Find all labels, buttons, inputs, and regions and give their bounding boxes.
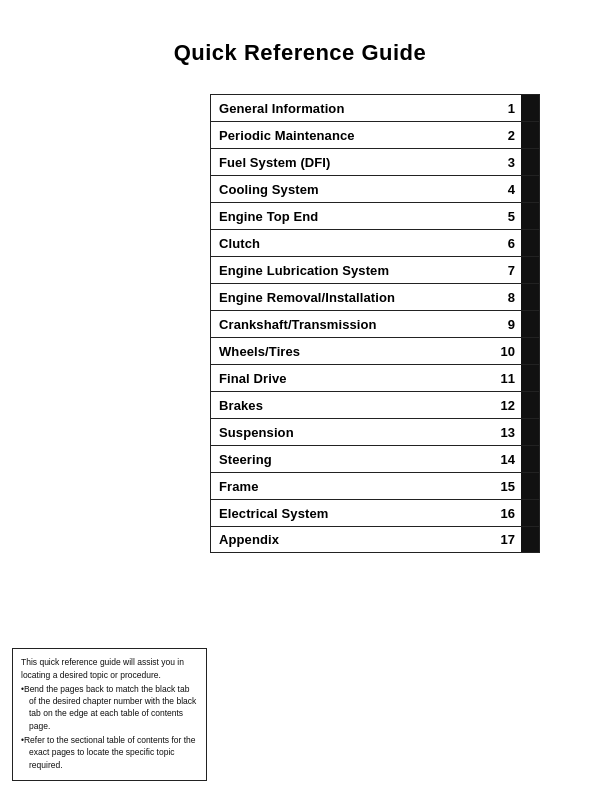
row-number: 15	[493, 479, 521, 494]
row-label: Brakes	[211, 398, 493, 413]
row-number: 10	[493, 344, 521, 359]
table-row[interactable]: Appendix17	[210, 526, 540, 553]
page: Quick Reference Guide General Informatio…	[0, 0, 600, 799]
row-label: Engine Lubrication System	[211, 263, 493, 278]
row-number: 16	[493, 506, 521, 521]
row-tab	[521, 257, 539, 283]
row-label: Engine Top End	[211, 209, 493, 224]
row-number: 14	[493, 452, 521, 467]
table-row[interactable]: Engine Top End5	[210, 202, 540, 229]
row-number: 12	[493, 398, 521, 413]
table-row[interactable]: Crankshaft/Transmission9	[210, 310, 540, 337]
row-label: General Information	[211, 101, 493, 116]
table-row[interactable]: Engine Lubrication System7	[210, 256, 540, 283]
table-row[interactable]: Clutch6	[210, 229, 540, 256]
row-tab	[521, 446, 539, 472]
row-label: Frame	[211, 479, 493, 494]
row-label: Crankshaft/Transmission	[211, 317, 493, 332]
table-row[interactable]: Fuel System (DFI)3	[210, 148, 540, 175]
row-number: 13	[493, 425, 521, 440]
row-tab	[521, 230, 539, 256]
row-number: 6	[493, 236, 521, 251]
row-tab	[521, 419, 539, 445]
table-row[interactable]: Wheels/Tires10	[210, 337, 540, 364]
table-row[interactable]: Periodic Maintenance2	[210, 121, 540, 148]
row-tab	[521, 203, 539, 229]
row-number: 3	[493, 155, 521, 170]
row-label: Clutch	[211, 236, 493, 251]
row-label: Periodic Maintenance	[211, 128, 493, 143]
row-tab	[521, 500, 539, 526]
table-row[interactable]: Brakes12	[210, 391, 540, 418]
row-number: 9	[493, 317, 521, 332]
row-tab	[521, 365, 539, 391]
row-tab	[521, 392, 539, 418]
row-label: Suspension	[211, 425, 493, 440]
table-row[interactable]: Engine Removal/Installation8	[210, 283, 540, 310]
table-row[interactable]: Electrical System16	[210, 499, 540, 526]
note-box: This quick reference guide will assist y…	[12, 648, 207, 781]
row-number: 5	[493, 209, 521, 224]
row-number: 2	[493, 128, 521, 143]
table-row[interactable]: Suspension13	[210, 418, 540, 445]
row-number: 17	[493, 532, 521, 547]
note-line3: •Refer to the sectional table of content…	[21, 734, 198, 771]
row-tab	[521, 527, 539, 552]
row-tab	[521, 473, 539, 499]
table-row[interactable]: Final Drive11	[210, 364, 540, 391]
page-title: Quick Reference Guide	[0, 40, 600, 66]
row-label: Appendix	[211, 532, 493, 547]
row-label: Electrical System	[211, 506, 493, 521]
row-label: Cooling System	[211, 182, 493, 197]
row-number: 8	[493, 290, 521, 305]
row-label: Wheels/Tires	[211, 344, 493, 359]
note-line2: •Bend the pages back to match the black …	[21, 683, 198, 732]
row-number: 1	[493, 101, 521, 116]
row-tab	[521, 338, 539, 364]
row-label: Steering	[211, 452, 493, 467]
row-label: Final Drive	[211, 371, 493, 386]
row-number: 7	[493, 263, 521, 278]
row-tab	[521, 95, 539, 121]
row-tab	[521, 122, 539, 148]
row-label: Engine Removal/Installation	[211, 290, 493, 305]
table-row[interactable]: Frame15	[210, 472, 540, 499]
row-tab	[521, 149, 539, 175]
note-line1: This quick reference guide will assist y…	[21, 656, 198, 681]
row-tab	[521, 176, 539, 202]
table-row[interactable]: Cooling System4	[210, 175, 540, 202]
row-label: Fuel System (DFI)	[211, 155, 493, 170]
row-tab	[521, 284, 539, 310]
reference-table: General Information1Periodic Maintenance…	[210, 94, 540, 553]
table-row[interactable]: General Information1	[210, 94, 540, 121]
table-row[interactable]: Steering14	[210, 445, 540, 472]
row-number: 4	[493, 182, 521, 197]
row-tab	[521, 311, 539, 337]
row-number: 11	[493, 371, 521, 386]
